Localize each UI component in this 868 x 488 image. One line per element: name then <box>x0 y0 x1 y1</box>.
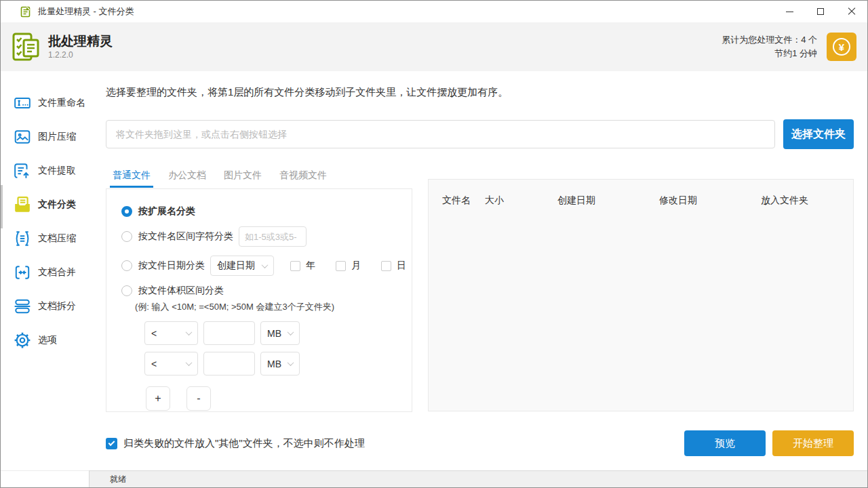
checkbox-label: 年 <box>306 260 315 272</box>
radio-by-extension[interactable] <box>121 206 132 217</box>
remove-rule-button[interactable]: - <box>186 386 211 411</box>
size-rule-row: < MB <box>144 321 412 345</box>
checkbox-year[interactable]: 年 <box>290 260 315 272</box>
image-compress-icon <box>14 128 31 146</box>
option-label: 按文件名区间字符分类 <box>138 230 233 243</box>
month-checkbox[interactable] <box>336 261 346 271</box>
name-range-input[interactable] <box>239 226 307 247</box>
chevron-down-icon <box>186 329 193 336</box>
tab-office-docs[interactable]: 办公文档 <box>168 169 206 188</box>
category-tabs: 普通文件 办公文档 图片文件 音视频文件 <box>106 169 412 188</box>
size-rule-row: < MB <box>144 352 412 375</box>
panels-row: 普通文件 办公文档 图片文件 音视频文件 按扩展名分类 按文件名区间字符分类 <box>106 169 854 412</box>
sidebar-scrollbar-thumb[interactable] <box>1 185 3 228</box>
statusbar-main: 就绪 <box>89 470 867 487</box>
checkbox-day[interactable]: 日 <box>381 260 406 272</box>
unit-value: MB <box>267 328 281 339</box>
doc-compress-icon <box>14 230 31 247</box>
sidebar-item-label: 选项 <box>38 334 57 346</box>
statusbar: 就绪 <box>1 470 867 487</box>
window-controls <box>774 1 867 22</box>
radio-by-size[interactable] <box>121 285 132 296</box>
tab-av-files[interactable]: 音视频文件 <box>279 169 327 188</box>
titlebar: 批量处理精灵 - 文件分类 <box>1 1 867 22</box>
sidebar-item-rename[interactable]: 文件重命名 <box>1 86 89 120</box>
maximize-button[interactable] <box>805 1 836 22</box>
date-part-checkboxes: 年 月 日 <box>290 260 406 272</box>
radio-by-date[interactable] <box>121 260 132 271</box>
app-version: 1.2.2.0 <box>48 50 113 60</box>
column-header-filename: 文件名 <box>442 195 485 207</box>
unit-value: MB <box>267 359 281 369</box>
size-value-input[interactable] <box>203 321 255 345</box>
chevron-down-icon <box>262 262 269 268</box>
size-operator-select[interactable]: < <box>144 321 198 345</box>
sidebar-item-file-extract[interactable]: 文件提取 <box>1 154 89 188</box>
check-icon <box>108 439 115 446</box>
sidebar-item-doc-compress[interactable]: 文档压缩 <box>1 222 89 256</box>
checkbox-label: 日 <box>397 260 406 272</box>
app-name: 批处理精灵 <box>48 34 113 49</box>
start-organize-button[interactable]: 开始整理 <box>772 430 854 456</box>
checkbox-label: 月 <box>351 260 361 272</box>
sidebar-item-label: 文档拆分 <box>38 300 76 312</box>
status-text: 就绪 <box>110 474 126 485</box>
sidebar: 文件重命名 图片压缩 <box>1 71 89 470</box>
classification-panel: 普通文件 办公文档 图片文件 音视频文件 按扩展名分类 按文件名区间字符分类 <box>106 169 412 412</box>
option-by-size: 按文件体积区间分类 <box>121 285 412 297</box>
sidebar-item-label: 文档合并 <box>38 266 76 279</box>
size-value-input[interactable] <box>203 352 255 375</box>
yuan-icon: ¥ <box>833 38 850 56</box>
option-by-date: 按文件日期分类 创建日期 年 <box>121 256 412 276</box>
sidebar-item-doc-merge[interactable]: 文档合并 <box>1 256 89 289</box>
column-header-created: 创建日期 <box>557 195 659 207</box>
app-body: 文件重命名 图片压缩 <box>1 71 867 470</box>
add-rule-button[interactable]: + <box>146 386 170 411</box>
column-header-modified: 修改日期 <box>659 195 761 207</box>
sidebar-item-label: 文件分类 <box>38 199 76 211</box>
option-label: 按文件体积区间分类 <box>138 285 224 297</box>
file-table: 文件名 大小 创建日期 修改日期 放入文件夹 <box>428 179 854 411</box>
sidebar-item-label: 文档压缩 <box>38 232 76 245</box>
option-by-name-range: 按文件名区间字符分类 <box>121 226 412 247</box>
sidebar-item-doc-split[interactable]: 文档拆分 <box>1 289 89 323</box>
year-checkbox[interactable] <box>290 261 300 271</box>
fallback-checkbox-label: 归类失败的文件放入"其他"文件夹，不选中则不作处理 <box>123 437 365 450</box>
close-button[interactable] <box>836 1 867 22</box>
stats-saved: 节约1 分钟 <box>722 47 817 60</box>
operator-value: < <box>151 328 157 339</box>
sidebar-item-image-compress[interactable]: 图片压缩 <box>1 120 89 154</box>
date-type-value: 创建日期 <box>217 260 255 272</box>
size-unit-select[interactable]: MB <box>260 321 300 345</box>
minimize-icon <box>786 12 793 12</box>
date-type-select[interactable]: 创建日期 <box>210 256 274 276</box>
rename-icon <box>14 94 31 112</box>
statusbar-left-spacer <box>1 470 89 487</box>
size-unit-select[interactable]: MB <box>260 352 300 375</box>
doc-split-icon <box>14 298 31 315</box>
size-example-hint: (例: 输入 <10M; =<50M; >50M 会建立3个子文件夹) <box>135 301 412 313</box>
sidebar-item-file-classify[interactable]: 文件分类 <box>1 188 89 222</box>
preview-button[interactable]: 预览 <box>684 430 766 456</box>
close-icon <box>848 7 856 16</box>
day-checkbox[interactable] <box>381 261 391 271</box>
fallback-other-checkbox[interactable] <box>106 438 117 449</box>
option-label: 按扩展名分类 <box>138 205 195 218</box>
vip-button[interactable]: ¥ <box>827 33 856 61</box>
minimize-button[interactable] <box>774 1 805 22</box>
checkbox-month[interactable]: 月 <box>336 260 361 272</box>
chevron-down-icon <box>288 329 294 336</box>
tab-image-files[interactable]: 图片文件 <box>224 169 262 188</box>
options-box: 按扩展名分类 按文件名区间字符分类 按文件日期分类 创建日期 <box>106 188 412 412</box>
sidebar-item-label: 图片压缩 <box>38 131 76 143</box>
chevron-down-icon <box>288 359 294 366</box>
size-operator-select[interactable]: < <box>144 352 198 375</box>
option-by-extension: 按扩展名分类 <box>121 205 412 218</box>
sidebar-item-settings[interactable]: 选项 <box>1 323 89 357</box>
action-buttons: 预览 开始整理 <box>684 430 854 456</box>
select-folder-button[interactable]: 选择文件夹 <box>783 119 854 149</box>
radio-by-name-range[interactable] <box>121 231 132 242</box>
folder-path-input[interactable] <box>106 120 775 148</box>
tab-normal-files[interactable]: 普通文件 <box>113 169 151 188</box>
app-logo-icon <box>10 31 41 62</box>
